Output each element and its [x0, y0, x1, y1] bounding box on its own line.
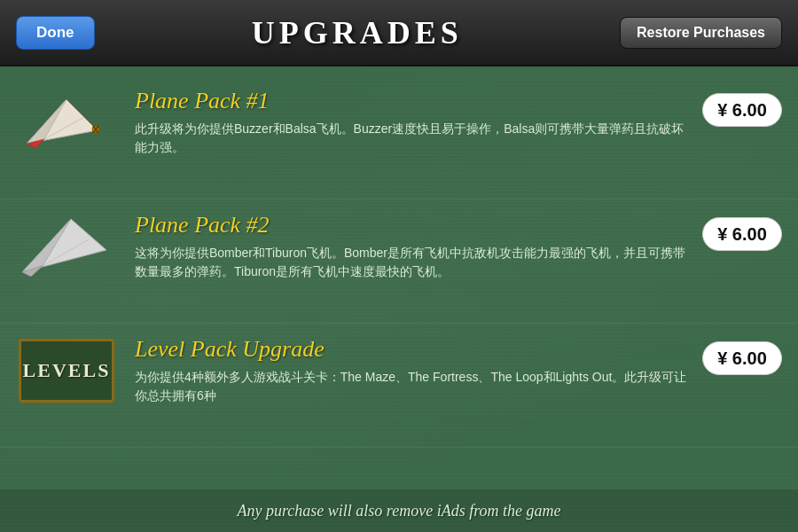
plane-pack-1-desc: 此升级将为你提供Buzzer和Balsa飞机。Buzzer速度快且易于操作，Ba… [135, 120, 690, 157]
plane-pack-2-title: Plane Pack #2 [135, 212, 690, 239]
level-pack-desc: 为你提供4种额外多人游戏战斗关卡：The Maze、The Fortress、T… [135, 368, 690, 405]
plane-pack-1-icon [9, 90, 124, 161]
restore-purchases-button[interactable]: Restore Purchases [620, 17, 782, 49]
plane-pack-2-body: Plane Pack #2 这将为你提供Bomber和Tiburon飞机。Bom… [135, 210, 690, 281]
plane-pack-1-body: Plane Pack #1 此升级将为你提供Buzzer和Balsa飞机。Buz… [135, 86, 690, 157]
level-pack-icon: LEVELS [9, 339, 124, 403]
done-button[interactable]: Done [16, 16, 95, 50]
upgrade-item-plane-pack-1: Plane Pack #1 此升级将为你提供Buzzer和Balsa飞机。Buz… [0, 75, 798, 200]
bottom-notice: Any purchase will also remove iAds from … [238, 502, 561, 520]
upgrades-list: Plane Pack #1 此升级将为你提供Buzzer和Balsa飞机。Buz… [0, 66, 798, 532]
plane-pack-2-desc: 这将为你提供Bomber和Tiburon飞机。Bomber是所有飞机中抗敌机攻击… [135, 244, 690, 281]
plane-pack-1-title: Plane Pack #1 [135, 88, 690, 114]
levels-icon-label: LEVELS [19, 339, 114, 403]
bottom-bar: Any purchase will also remove iAds from … [0, 489, 798, 532]
level-pack-price-button[interactable]: ¥ 6.00 [702, 341, 782, 375]
plane-pack-2-price-button[interactable]: ¥ 6.00 [702, 217, 782, 251]
upgrade-item-level-pack: LEVELS Level Pack Upgrade 为你提供4种额外多人游戏战斗… [0, 324, 798, 448]
header: Done UPGRADES Restore Purchases [0, 0, 798, 66]
level-pack-title: Level Pack Upgrade [135, 336, 690, 363]
plane-pack-2-icon [9, 215, 124, 286]
level-pack-body: Level Pack Upgrade 为你提供4种额外多人游戏战斗关卡：The … [135, 334, 690, 405]
upgrade-item-plane-pack-2: Plane Pack #2 这将为你提供Bomber和Tiburon飞机。Bom… [0, 200, 798, 324]
page-title: UPGRADES [252, 14, 463, 51]
plane-pack-1-price-button[interactable]: ¥ 6.00 [702, 93, 782, 127]
